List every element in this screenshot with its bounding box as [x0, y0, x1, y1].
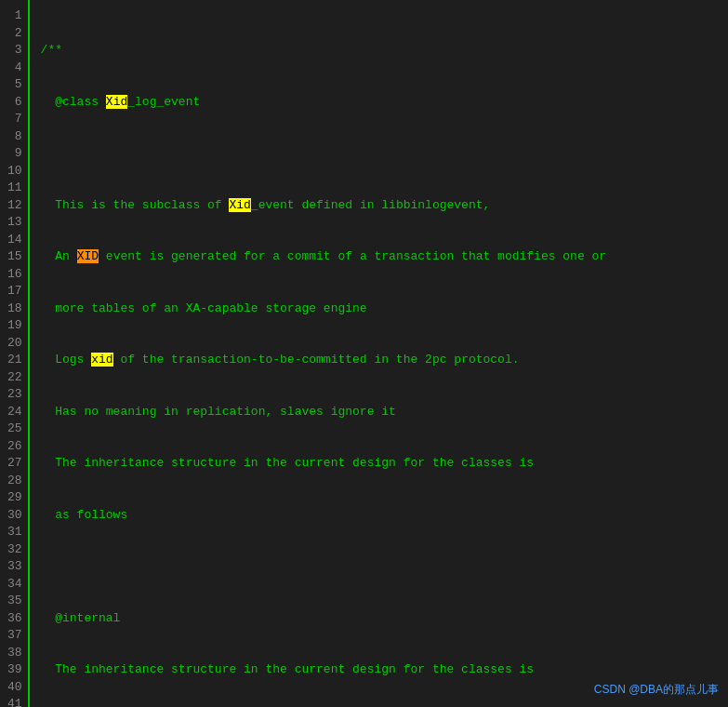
ln-41: 41	[7, 696, 22, 707]
ln-25: 25	[7, 420, 22, 438]
ln-40: 40	[7, 679, 22, 697]
ln-2: 2	[7, 25, 22, 43]
ln-1: 1	[7, 7, 22, 25]
line-2: @class Xid_log_event	[41, 94, 717, 112]
code-container: 1 2 3 4 5 6 7 8 9 10 11 12 13 14 15 16 1…	[0, 0, 728, 707]
ln-30: 30	[7, 507, 22, 525]
ln-12: 12	[7, 197, 22, 215]
ln-24: 24	[7, 404, 22, 421]
ln-31: 31	[7, 524, 22, 541]
ln-8: 8	[7, 128, 22, 146]
ln-32: 32	[7, 541, 22, 559]
ln-5: 5	[7, 76, 22, 94]
ln-20: 20	[7, 335, 22, 353]
ln-38: 38	[7, 645, 22, 662]
line-13: The inheritance structure in the current…	[41, 661, 717, 679]
line-8: Has no meaning in replication, slaves ig…	[41, 404, 717, 421]
line-11	[41, 558, 717, 576]
ln-15: 15	[7, 248, 22, 266]
ln-10: 10	[7, 163, 22, 180]
ln-27: 27	[7, 455, 22, 473]
line-1: /**	[41, 42, 717, 60]
ln-33: 33	[7, 558, 22, 576]
line-4: This is the subclass of Xid_event define…	[41, 197, 717, 215]
ln-18: 18	[7, 300, 22, 318]
ln-19: 19	[7, 317, 22, 335]
ln-7: 7	[7, 111, 22, 128]
code-content: /** @class Xid_log_event This is the sub…	[30, 0, 728, 707]
ln-3: 3	[7, 42, 22, 60]
ln-6: 6	[7, 94, 22, 112]
ln-9: 9	[7, 145, 22, 163]
ln-36: 36	[7, 610, 22, 628]
watermark-text: CSDN @DBA的那点儿事	[594, 682, 719, 698]
ln-4: 4	[7, 60, 22, 77]
line-5: An XID event is generated for a commit o…	[41, 248, 717, 266]
line-numbers: 1 2 3 4 5 6 7 8 9 10 11 12 13 14 15 16 1…	[0, 0, 30, 707]
ln-34: 34	[7, 576, 22, 594]
ln-23: 23	[7, 386, 22, 404]
ln-16: 16	[7, 266, 22, 284]
ln-26: 26	[7, 438, 22, 456]
ln-22: 22	[7, 369, 22, 387]
line-12: @internal	[41, 610, 717, 628]
ln-17: 17	[7, 283, 22, 300]
ln-28: 28	[7, 473, 22, 490]
ln-37: 37	[7, 627, 22, 645]
ln-21: 21	[7, 352, 22, 369]
ln-14: 14	[7, 232, 22, 249]
line-3	[41, 145, 717, 163]
ln-39: 39	[7, 661, 22, 679]
line-10: as follows	[41, 507, 717, 525]
ln-29: 29	[7, 489, 22, 507]
line-7: Logs xid of the transaction-to-be-commit…	[41, 352, 717, 369]
line-9: The inheritance structure in the current…	[41, 455, 717, 473]
ln-35: 35	[7, 593, 22, 610]
line-6: more tables of an XA-capable storage eng…	[41, 300, 717, 318]
ln-11: 11	[7, 180, 22, 197]
ln-13: 13	[7, 214, 22, 232]
